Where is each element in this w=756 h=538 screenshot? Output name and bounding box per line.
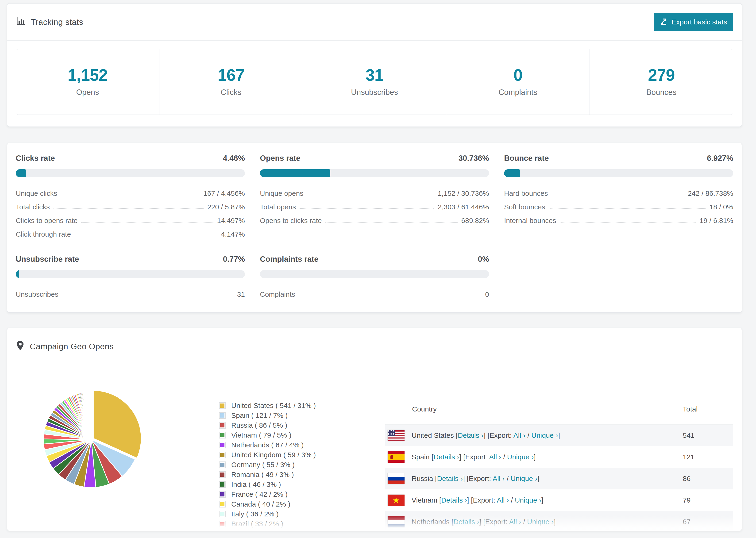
rate-title: Opens rate — [260, 154, 300, 163]
geo-body: United States ( 541 / 31% )Spain ( 121 /… — [7, 365, 742, 531]
country-cell: Netherlands [Details ›] [Export: All › /… — [385, 516, 683, 527]
export-unique-link-nl[interactable]: Unique › — [527, 518, 554, 525]
map-pin-icon — [16, 340, 25, 352]
rate-row-label: Total opens — [260, 203, 296, 211]
dotted-leader — [62, 296, 233, 296]
rate-progress-fill — [16, 270, 19, 278]
geo-table-row-es: Spain [Details ›] [Export: All › / Uniqu… — [385, 446, 733, 468]
export-basic-stats-button[interactable]: Export basic stats — [654, 13, 733, 31]
details-link-es[interactable]: Details › — [433, 453, 459, 461]
rate-row: Total opens2,303 / 61.446% — [260, 197, 489, 211]
rate-progress-fill — [16, 169, 26, 177]
details-link-nl[interactable]: Details › — [453, 518, 479, 525]
dotted-leader — [54, 208, 203, 209]
legend-item-south-africa[interactable]: South Africa ( 29 / 2% ) — [219, 529, 369, 531]
stat-label: Clicks — [221, 88, 242, 97]
row-text: / — [509, 496, 515, 504]
legend-item-brazil[interactable]: Brazil ( 33 / 2% ) — [219, 519, 369, 529]
export-unique-link-es[interactable]: Unique › — [507, 453, 534, 461]
row-text: / — [525, 431, 531, 439]
rate-row-label: Unique opens — [260, 189, 303, 197]
total-cell: 79 — [683, 496, 733, 504]
row-text: / — [501, 453, 507, 461]
rate-value: 30.736% — [459, 154, 489, 163]
rate-row-value: 31 — [237, 290, 245, 298]
legend-item-united-states[interactable]: United States ( 541 / 31% ) — [219, 401, 369, 410]
stat-cell-bounces: 279Bounces — [590, 49, 733, 115]
rates-grid: Clicks rate4.46%Unique clicks167 / 4.456… — [16, 154, 733, 298]
legend-item-united-kingdom[interactable]: United Kingdom ( 59 / 3% ) — [219, 450, 369, 460]
legend-label: France ( 42 / 2% ) — [231, 490, 288, 498]
country-cell: Russia [Details ›] [Export: All › / Uniq… — [385, 473, 683, 484]
export-unique-link-ru[interactable]: Unique › — [511, 475, 537, 482]
stat-value: 31 — [365, 66, 383, 84]
legend-swatch — [219, 402, 226, 409]
rate-row: Unique clicks167 / 4.456% — [16, 184, 245, 197]
rate-progress-bar — [260, 169, 489, 177]
legend-label: Italy ( 36 / 2% ) — [231, 510, 279, 518]
export-all-link-us[interactable]: All › — [513, 431, 526, 439]
rate-row-label: Hard bounces — [504, 189, 548, 197]
details-link-us[interactable]: Details › — [458, 431, 484, 439]
export-unique-link-us[interactable]: Unique › — [531, 431, 558, 439]
geo-table-header-row: Country Total — [385, 394, 733, 425]
rate-title: Unsubscribe rate — [16, 255, 79, 264]
dotted-leader — [299, 296, 481, 296]
geo-table-row-nl: Netherlands [Details ›] [Export: All › /… — [385, 511, 733, 531]
legend-label: Germany ( 55 / 3% ) — [231, 461, 295, 469]
tracking-stats-title-text: Tracking stats — [31, 17, 83, 27]
rate-progress-bar — [504, 169, 733, 177]
geo-title-text: Campaign Geo Opens — [30, 342, 114, 351]
details-link-vn[interactable]: Details › — [441, 496, 467, 504]
rate-row: Opens to clicks rate689.82% — [260, 211, 489, 225]
rate-value: 0.77% — [223, 255, 245, 264]
export-unique-link-vn[interactable]: Unique › — [515, 496, 541, 504]
row-text: / — [505, 475, 511, 482]
tracking-stats-card: Tracking stats Export basic stats 1,152O… — [7, 3, 742, 127]
stat-value: 0 — [513, 66, 522, 84]
rate-panel-bounce-rate: Bounce rate6.927%Hard bounces242 / 86.73… — [504, 154, 733, 238]
pie-slice-other-54[interactable] — [91, 392, 91, 440]
legend-label: South Africa ( 29 / 2% ) — [231, 530, 303, 531]
total-cell: 541 — [683, 431, 733, 439]
legend-item-spain[interactable]: Spain ( 121 / 7% ) — [219, 410, 369, 420]
row-text: Vietnam [ — [411, 496, 441, 504]
rate-row-label: Opens to clicks rate — [260, 217, 322, 225]
dotted-leader — [560, 222, 696, 223]
summary-stats-row: 1,152Opens167Clicks31Unsubscribes0Compla… — [16, 49, 733, 115]
legend-item-romania[interactable]: Romania ( 49 / 3% ) — [219, 470, 369, 480]
dotted-leader — [549, 208, 706, 209]
legend-item-italy[interactable]: Italy ( 36 / 2% ) — [219, 509, 369, 519]
stat-value: 167 — [218, 66, 244, 84]
geo-table-row-vn: Vietnam [Details ›] [Export: All › / Uni… — [385, 489, 733, 511]
legend-item-canada[interactable]: Canada ( 40 / 2% ) — [219, 499, 369, 509]
details-link-ru[interactable]: Details › — [437, 475, 463, 482]
nl-flag-icon — [388, 516, 405, 527]
legend-item-vietnam[interactable]: Vietnam ( 79 / 5% ) — [219, 430, 369, 440]
tracking-stats-header: Tracking stats Export basic stats — [7, 4, 742, 41]
legend-item-france[interactable]: France ( 42 / 2% ) — [219, 489, 369, 499]
row-text: ] — [554, 518, 556, 525]
country-cell: Spain [Details ›] [Export: All › / Uniqu… — [385, 452, 683, 463]
geo-table-rows: United States [Details ›] [Export: All ›… — [385, 425, 733, 531]
dotted-leader — [552, 195, 684, 195]
export-all-link-nl[interactable]: All › — [509, 518, 521, 525]
legend-item-germany[interactable]: Germany ( 55 / 3% ) — [219, 460, 369, 470]
rate-row-label: Unsubscribes — [16, 290, 58, 298]
es-flag-icon — [388, 452, 405, 463]
stat-label: Unsubscribes — [351, 88, 398, 97]
country-links: Russia [Details ›] [Export: All › / Uniq… — [411, 475, 539, 483]
rate-row: Internal bounces19 / 6.81% — [504, 211, 733, 225]
rate-progress-fill — [504, 169, 520, 177]
export-all-link-es[interactable]: All › — [489, 453, 501, 461]
export-all-link-ru[interactable]: All › — [493, 475, 505, 482]
legend-item-india[interactable]: India ( 46 / 3% ) — [219, 480, 369, 489]
rate-progress-bar — [16, 270, 245, 278]
stat-cell-unsubscribes: 31Unsubscribes — [303, 49, 446, 115]
legend-item-russia[interactable]: Russia ( 86 / 5% ) — [219, 420, 369, 430]
legend-item-netherlands[interactable]: Netherlands ( 67 / 4% ) — [219, 440, 369, 450]
geo-country-table: Country Total United States [Details ›] … — [385, 394, 733, 531]
export-all-link-vn[interactable]: All › — [497, 496, 509, 504]
legend-swatch — [219, 491, 226, 498]
country-links: United States [Details ›] [Export: All ›… — [411, 431, 560, 439]
